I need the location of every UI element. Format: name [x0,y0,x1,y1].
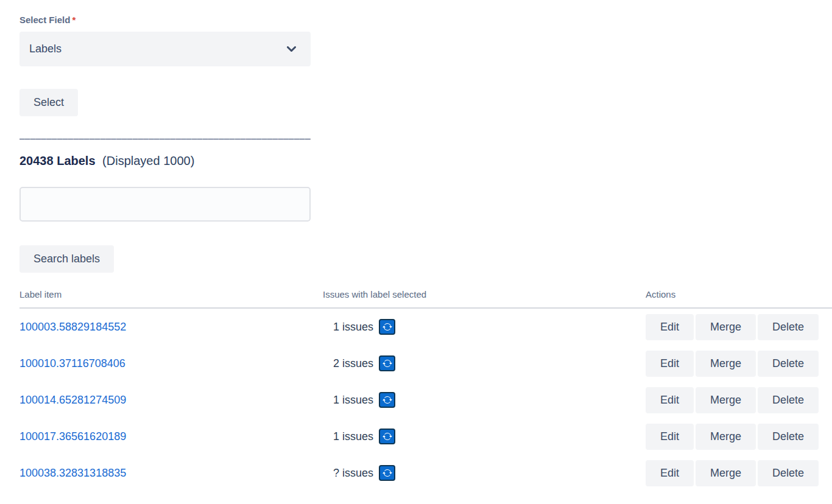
issues-count: 1 issues [333,430,373,443]
label-table-body: 100003.58829184552 1 issues EditMergeDel… [19,309,832,491]
field-dropdown-value: Labels [29,43,62,55]
label-link[interactable]: 100017.36561620189 [19,430,126,443]
label-cell: 100017.36561620189 [19,430,323,443]
table-row: 100010.37116708406 2 issues EditMergeDel… [19,345,832,382]
column-header-issues: Issues with label selected [323,289,646,299]
delete-button[interactable]: Delete [758,424,819,450]
refresh-issues-button[interactable] [379,355,395,371]
edit-button[interactable]: Edit [646,314,694,340]
edit-button[interactable]: Edit [646,387,694,413]
labels-table: Label item Issues with label selected Ac… [19,289,832,491]
row-actions: EditMergeDelete [646,460,832,486]
label-cell: 100010.37116708406 [19,357,323,370]
label-cell: 100003.58829184552 [19,321,323,334]
merge-button[interactable]: Merge [696,460,756,486]
issues-count: ? issues [333,467,373,480]
issues-count: 1 issues [333,394,373,407]
column-header-actions: Actions [646,289,832,299]
label-manager-page: Select Field* Labels Select ____________… [0,0,832,491]
label-link[interactable]: 100003.58829184552 [19,321,126,333]
column-header-label-item: Label item [19,289,323,299]
label-cell: 100014.65281274509 [19,394,323,407]
select-button[interactable]: Select [19,89,78,116]
delete-button[interactable]: Delete [758,314,819,340]
chevron-down-icon [287,46,296,52]
edit-button[interactable]: Edit [646,424,694,450]
refresh-icon [383,468,392,478]
refresh-issues-button[interactable] [379,319,395,335]
labels-count-heading: 20438 Labels (Displayed 1000) [19,154,832,168]
delete-button[interactable]: Delete [758,351,819,377]
table-row: 100017.36561620189 1 issues EditMergeDel… [19,418,832,455]
label-link[interactable]: 100014.65281274509 [19,394,126,406]
issues-cell: 1 issues [323,319,646,335]
delete-button[interactable]: Delete [758,460,819,486]
refresh-issues-button[interactable] [379,392,395,408]
search-labels-button[interactable]: Search labels [19,245,114,273]
row-actions: EditMergeDelete [646,314,832,340]
label-link[interactable]: 100010.37116708406 [19,357,125,369]
refresh-issues-button[interactable] [379,429,395,444]
select-field-label: Select Field* [19,15,832,25]
table-row: 100038.32831318835 ? issues EditMergeDel… [19,455,832,491]
field-dropdown[interactable]: Labels [19,32,311,66]
merge-button[interactable]: Merge [696,424,756,450]
label-link[interactable]: 100038.32831318835 [19,467,126,479]
issues-count: 1 issues [333,321,373,334]
issues-count: 2 issues [333,357,373,370]
label-search-input[interactable] [19,187,311,222]
section-divider: ________________________________________… [19,129,311,140]
issues-cell: ? issues [323,465,646,481]
labels-displayed-count: (Displayed 1000) [102,154,194,167]
select-field-label-text: Select Field [19,15,70,25]
row-actions: EditMergeDelete [646,424,832,450]
refresh-icon [383,395,392,405]
refresh-icon [383,359,392,368]
required-marker: * [72,15,76,25]
labels-table-header: Label item Issues with label selected Ac… [19,289,832,309]
merge-button[interactable]: Merge [696,314,756,340]
issues-cell: 2 issues [323,355,646,371]
issues-cell: 1 issues [323,392,646,408]
row-actions: EditMergeDelete [646,387,832,413]
table-row: 100003.58829184552 1 issues EditMergeDel… [19,309,832,345]
merge-button[interactable]: Merge [696,387,756,413]
merge-button[interactable]: Merge [696,351,756,377]
edit-button[interactable]: Edit [646,351,694,377]
issues-cell: 1 issues [323,429,646,444]
row-actions: EditMergeDelete [646,351,832,377]
table-row: 100014.65281274509 1 issues EditMergeDel… [19,382,832,418]
refresh-issues-button[interactable] [379,465,395,481]
refresh-icon [383,322,392,332]
labels-count: 20438 Labels [19,154,96,167]
edit-button[interactable]: Edit [646,460,694,486]
label-cell: 100038.32831318835 [19,467,323,480]
refresh-icon [383,432,392,441]
delete-button[interactable]: Delete [758,387,819,413]
